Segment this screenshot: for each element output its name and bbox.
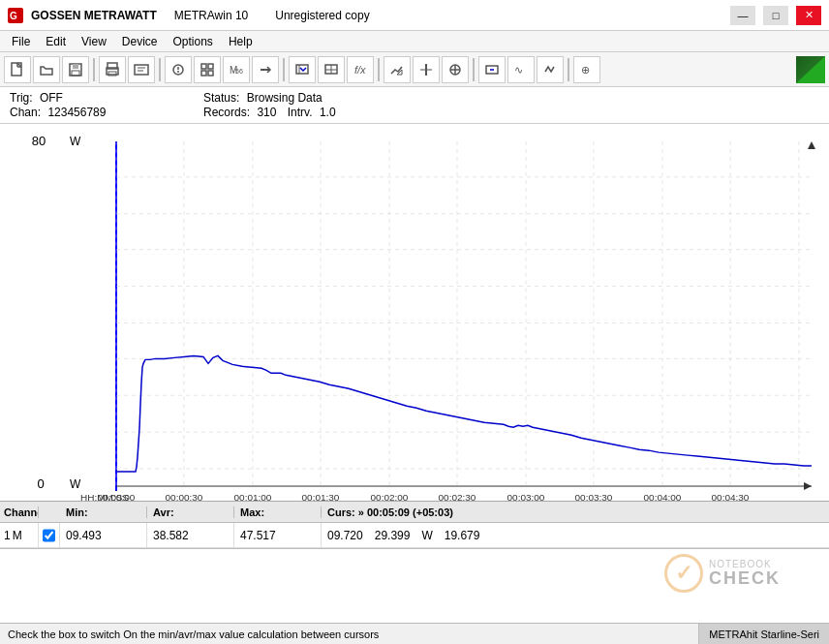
app-company: GOSSEN METRAWATT [31, 9, 157, 22]
status-row: Status: Browsing Data [203, 91, 336, 105]
svg-text:W: W [70, 135, 81, 148]
menu-file[interactable]: File [4, 33, 38, 50]
status-label: Status: [203, 91, 239, 105]
svg-text:00:04:00: 00:04:00 [644, 492, 682, 501]
chart-container: 80 W 0 W [0, 124, 829, 502]
svg-text:00:02:30: 00:02:30 [439, 492, 476, 501]
curs1-value: 09.720 [327, 529, 363, 542]
tb-btn12[interactable]: f/x [347, 56, 374, 83]
menu-bar: File Edit View Device Options Help [0, 31, 829, 52]
tb-open[interactable] [33, 56, 60, 83]
cell-avr: 38.582 [147, 523, 234, 547]
tb-save[interactable] [62, 56, 89, 83]
svg-rect-19 [201, 71, 206, 76]
trig-section: Trig: OFF Chan: 123456789 [10, 91, 203, 119]
table-header-row: Channel: Min: Avr: Max: Curs: » 00:05:09… [0, 502, 829, 523]
menu-device[interactable]: Device [114, 33, 166, 50]
chan-value: 123456789 [47, 106, 106, 119]
tb-btn8[interactable]: M56 [223, 56, 250, 83]
cell-checkbox[interactable] [39, 523, 60, 547]
intrv-value: 1.0 [320, 106, 336, 119]
close-button[interactable]: ✕ [796, 6, 821, 25]
bottom-device-text: METRAhit Starline-Seri [698, 624, 829, 644]
tb-btn14[interactable] [413, 56, 440, 83]
data-table-area: Channel: Min: Avr: Max: Curs: » 00:05:09… [0, 502, 829, 549]
svg-text:80: 80 [32, 134, 46, 148]
watermark-check: ✓ [664, 554, 703, 593]
cell-min: 09.493 [60, 523, 147, 547]
tb-btn17[interactable]: ∿ [507, 56, 535, 83]
toolbar-separator-5 [473, 58, 475, 81]
toolbar-separator-2 [159, 58, 161, 81]
intrv-label: Intrv. [288, 106, 313, 119]
svg-text:56: 56 [235, 68, 243, 75]
svg-point-16 [177, 71, 179, 73]
svg-rect-11 [135, 65, 148, 75]
cell-max: 47.517 [234, 523, 322, 547]
tb-btn13[interactable] [384, 56, 411, 83]
channel-m: M [13, 529, 22, 542]
cell-channel: 1 M [0, 523, 39, 547]
svg-rect-6 [73, 64, 78, 69]
svg-text:0: 0 [37, 476, 44, 491]
tb-btn5[interactable] [128, 56, 155, 83]
tb-btn18[interactable] [537, 56, 564, 83]
records-row: Records: 310 Intrv. 1.0 [203, 106, 336, 119]
tb-btn9[interactable] [252, 56, 279, 83]
tb-btn11[interactable] [318, 56, 345, 83]
menu-view[interactable]: View [74, 33, 114, 50]
chart-svg: 80 W 0 W [0, 124, 829, 501]
tb-btn10[interactable] [289, 56, 316, 83]
toolbar: M56 f/x ∿ ⊕ [0, 52, 829, 87]
svg-text:00:04:30: 00:04:30 [712, 492, 750, 501]
trig-label: Trig: [10, 91, 33, 105]
tb-print[interactable] [99, 56, 126, 83]
status-value: Browsing Data [247, 91, 322, 105]
trig-value: OFF [40, 91, 63, 105]
tb-btn16[interactable] [478, 56, 506, 83]
unregistered-text: Unregistered copy [275, 9, 369, 22]
status-section: Status: Browsing Data Records: 310 Intrv… [203, 91, 336, 119]
menu-help[interactable]: Help [221, 33, 261, 50]
tb-btn19[interactable]: ⊕ [573, 56, 600, 83]
svg-text:W: W [70, 477, 81, 491]
watermark: ✓ NOTEBOOK CHECK [664, 554, 781, 593]
toolbar-separator-6 [568, 58, 569, 81]
curs2-value: 29.399 [375, 529, 411, 542]
channel-number: 1 [4, 529, 11, 542]
maximize-button[interactable]: □ [763, 6, 788, 25]
toolbar-separator-3 [283, 58, 285, 81]
col-header-max: Max: [234, 506, 322, 518]
bottom-status-bar: Check the box to switch On the min/avr/m… [0, 623, 829, 644]
tb-btn15[interactable] [442, 56, 469, 83]
toolbar-separator-4 [378, 58, 380, 81]
toolbar-separator-1 [93, 58, 95, 81]
table-row: 1 M 09.493 38.582 47.517 09.720 29.399 W… [0, 523, 829, 548]
menu-edit[interactable]: Edit [38, 33, 74, 50]
curs3-value: 19.679 [445, 529, 480, 542]
svg-rect-17 [201, 64, 206, 69]
svg-text:f/x: f/x [354, 64, 366, 76]
watermark-area: ✓ NOTEBOOK CHECK [0, 549, 829, 627]
svg-rect-18 [208, 64, 213, 69]
svg-text:00:01:00: 00:01:00 [234, 492, 272, 501]
cell-curs: 09.720 29.399 W 19.679 [322, 523, 829, 547]
svg-text:00:01:30: 00:01:30 [302, 492, 340, 501]
svg-text:00:00:00: 00:00:00 [98, 492, 136, 501]
menu-options[interactable]: Options [166, 33, 221, 50]
svg-text:00:00:30: 00:00:30 [166, 492, 203, 501]
svg-text:∿: ∿ [514, 64, 523, 76]
app-icon: G [8, 8, 23, 23]
svg-text:00:03:00: 00:03:00 [507, 492, 545, 501]
trig-row: Trig: OFF [10, 91, 203, 105]
tb-btn6[interactable] [165, 56, 192, 83]
svg-rect-20 [208, 71, 213, 76]
chan-label: Chan: [10, 106, 41, 119]
tb-new[interactable] [4, 56, 31, 83]
minimize-button[interactable]: — [730, 6, 755, 25]
svg-text:G: G [10, 11, 17, 21]
records-label: Records: [203, 106, 250, 119]
col-header-curs: Curs: » 00:05:09 (+05:03) [322, 506, 829, 518]
tb-btn7[interactable] [194, 56, 221, 83]
row-checkbox[interactable] [43, 529, 55, 542]
